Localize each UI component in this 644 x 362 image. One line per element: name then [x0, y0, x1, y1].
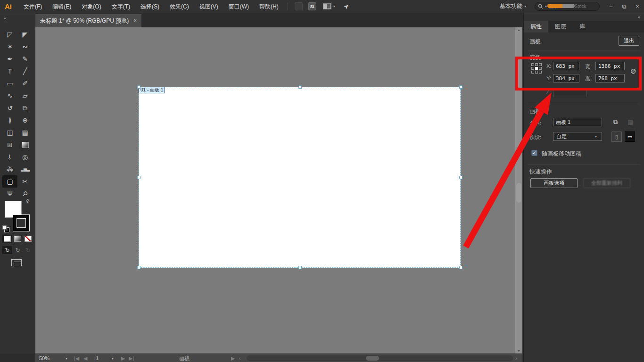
menu-type[interactable]: 文字(T) [107, 0, 135, 13]
rectangle-tool[interactable]: ▭ [2, 77, 17, 90]
close-button[interactable]: × [631, 0, 644, 13]
unlink-proportions-icon[interactable]: ⊘ [630, 67, 636, 75]
collapse-tools-icon[interactable]: « [4, 15, 7, 21]
none-button[interactable] [23, 235, 33, 243]
stock-search-box[interactable]: ▾ [535, 2, 600, 11]
menu-file[interactable]: 文件(F) [18, 0, 47, 13]
gradient-button[interactable] [13, 235, 23, 243]
horizontal-scrollbar-thumb[interactable] [366, 356, 379, 361]
magic-wand-tool[interactable]: ✶ [2, 41, 17, 53]
type-tool[interactable]: T [2, 65, 17, 77]
stroke-color-swatch[interactable] [13, 215, 29, 231]
artboard-tool[interactable]: ▢ [2, 175, 17, 188]
scroll-right-icon[interactable]: › [515, 354, 517, 362]
artboard-number-chevron-icon[interactable]: ▾ [112, 354, 114, 362]
first-artboard-icon[interactable]: |◀ [74, 354, 79, 362]
reference-point-selector[interactable] [531, 63, 542, 74]
width-tool[interactable]: ≬ [2, 114, 17, 126]
workspace-chevron-icon[interactable]: ▾ [524, 4, 526, 8]
handle-top-right[interactable] [459, 85, 462, 89]
scroll-down-icon[interactable]: ▾ [515, 349, 522, 353]
artboard-name-label[interactable]: 01 - 画板 1 [139, 87, 165, 93]
restore-button[interactable]: ⧉ [618, 0, 631, 13]
menu-help[interactable]: 帮助(H) [254, 0, 284, 13]
previous-artboard-icon[interactable]: ◀ [83, 354, 87, 362]
y-field[interactable]: 384 px [553, 74, 579, 82]
artboard-number[interactable]: 1 [96, 354, 99, 362]
eraser-tool[interactable]: ▱ [17, 90, 33, 102]
menu-effect[interactable]: 效果(C) [165, 0, 194, 13]
selection-tool[interactable]: ◸ [2, 28, 17, 41]
handle-bottom-right[interactable] [459, 266, 462, 269]
artboard-options-button[interactable]: 画板选项 [530, 178, 578, 188]
canvas[interactable]: 01 - 画板 1 [35, 27, 515, 354]
zoom-chevron-icon[interactable]: ▾ [66, 354, 67, 362]
lasso-tool[interactable]: ∾ [17, 41, 33, 53]
draw-behind-mode[interactable]: ↻ [13, 246, 23, 254]
draw-inside-mode[interactable]: ↻ [23, 246, 33, 254]
workspace-switcher[interactable]: 基本功能 [500, 2, 522, 10]
height-field[interactable]: 768 px [595, 74, 625, 82]
rotate-tool[interactable]: ↺ [2, 102, 17, 114]
bridge-icon[interactable] [295, 2, 303, 10]
width-field[interactable]: 1366 px [595, 62, 625, 70]
hand-tool[interactable]: Ψ [2, 188, 17, 200]
tab-libraries[interactable]: 库 [573, 21, 592, 33]
menu-select[interactable]: 选择(S) [135, 0, 165, 13]
tab-layers[interactable]: 图层 [548, 21, 573, 33]
handle-bottom-middle[interactable] [298, 266, 302, 269]
menu-view[interactable]: 视图(V) [194, 0, 223, 13]
chevron-down-icon[interactable]: ▾ [333, 4, 335, 8]
expand-panel-icon[interactable]: » [637, 15, 640, 20]
curvature-tool[interactable]: ✎ [17, 53, 33, 65]
adobe-stock-icon[interactable]: St [308, 2, 316, 10]
rotate-field[interactable] [553, 89, 587, 97]
direct-selection-tool[interactable]: ◤ [17, 28, 33, 41]
status-play-icon[interactable]: ▶ [231, 354, 235, 362]
vertical-scrollbar-thumb[interactable] [516, 183, 521, 203]
handle-middle-left[interactable] [137, 176, 140, 179]
line-segment-tool[interactable]: ╱ [17, 65, 33, 77]
eyedropper-tool[interactable]: ⊸ [2, 151, 17, 163]
column-graph-tool[interactable]: ▂▅▃ [17, 163, 33, 175]
zoom-level[interactable]: 50% [39, 354, 50, 362]
menu-object[interactable]: 对象(O) [76, 0, 106, 13]
preset-select[interactable]: 自定 ▾ [553, 132, 602, 141]
landscape-orientation-button[interactable]: ▭ [625, 132, 635, 142]
slice-tool[interactable]: ✂ [17, 175, 33, 188]
puppet-warp-tool[interactable]: ⊕ [17, 114, 33, 126]
zoom-tool[interactable]: ⚲ [17, 188, 33, 200]
handle-middle-right[interactable] [459, 176, 462, 179]
portrait-orientation-button[interactable]: ▯ [611, 132, 622, 142]
mesh-tool[interactable]: ⊞ [2, 139, 17, 151]
draw-normal-mode[interactable]: ↻ [2, 246, 12, 254]
scroll-up-icon[interactable]: ▴ [515, 28, 522, 32]
handle-top-left[interactable] [137, 85, 140, 89]
document-arrangement-icon[interactable] [323, 3, 331, 9]
next-artboard-icon[interactable]: ▶ [121, 354, 125, 362]
artboard[interactable]: 01 - 画板 1 [139, 87, 461, 268]
paintbrush-tool[interactable]: ✐ [17, 77, 33, 90]
menu-edit[interactable]: 编辑(E) [47, 0, 76, 13]
x-field[interactable]: 683 px [553, 62, 579, 70]
share-plane-icon[interactable]: ➤ [342, 2, 350, 11]
blend-tool[interactable]: ◎ [17, 151, 33, 163]
symbol-sprayer-tool[interactable]: ⁂ [2, 163, 17, 175]
exit-button[interactable]: 退出 [619, 36, 639, 46]
scale-tool[interactable]: ⧉ [17, 102, 33, 114]
tab-close-icon[interactable]: × [133, 17, 137, 24]
horizontal-scrollbar[interactable] [247, 355, 513, 361]
gradient-tool[interactable] [17, 139, 33, 151]
duplicate-artboard-icon[interactable]: ⧉ [613, 118, 618, 126]
menu-window[interactable]: 窗口(W) [223, 0, 254, 13]
screen-mode-button[interactable] [11, 259, 22, 266]
default-fill-stroke-icon[interactable] [2, 225, 9, 232]
minimize-button[interactable]: – [604, 0, 618, 13]
color-button[interactable] [2, 235, 12, 243]
last-artboard-icon[interactable]: ▶| [129, 354, 134, 362]
move-artwork-checkbox[interactable]: ✓ [531, 150, 537, 156]
artboard-name-field[interactable]: 画板 1 [553, 118, 602, 126]
shape-builder-tool[interactable]: ◫ [2, 126, 17, 139]
shaper-tool[interactable]: ∿ [2, 90, 17, 102]
status-back-icon[interactable]: ‹ [239, 354, 241, 362]
